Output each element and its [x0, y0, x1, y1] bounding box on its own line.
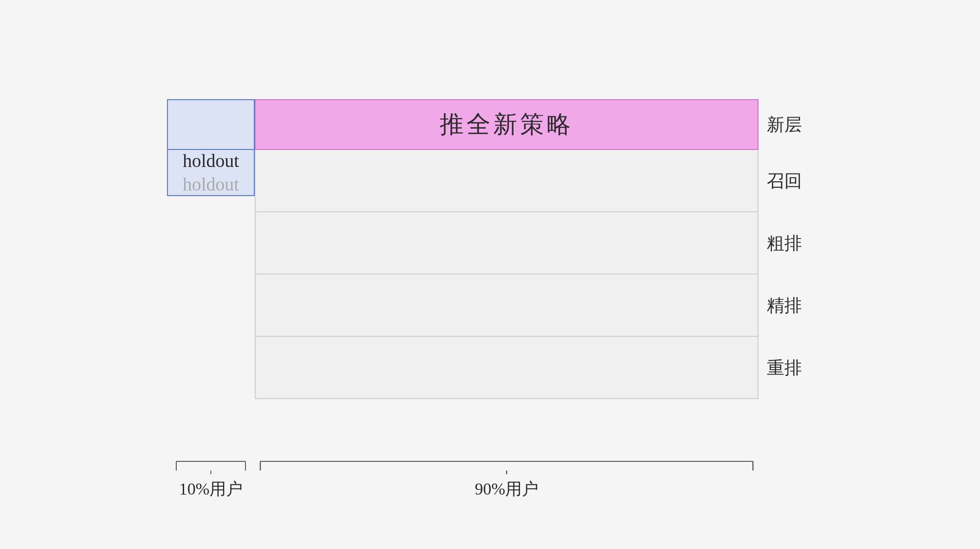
- bracket-right: 90%用户: [255, 460, 759, 501]
- holdout-main-block: holdout holdout: [167, 150, 255, 196]
- rerank-layer-label: 重排: [767, 337, 813, 399]
- coarse-rank-layer-label: 粗排: [767, 212, 813, 274]
- holdout-label-2: holdout: [183, 173, 239, 195]
- right-percent-label: 90%用户: [475, 478, 538, 501]
- holdout-top-block: [167, 99, 255, 150]
- bracket-left-svg: [167, 460, 255, 474]
- diagram: holdout holdout 推全新策略 新层 召回 粗排 精排 重排: [167, 99, 813, 450]
- holdout-column: holdout holdout: [167, 99, 255, 196]
- row-rerank: [255, 337, 759, 399]
- bracket-left: 10%用户: [167, 460, 255, 501]
- bottom-section: 10%用户 90%用户: [167, 460, 813, 501]
- left-percent-label: 10%用户: [179, 478, 243, 501]
- row-coarse-rank: [255, 212, 759, 274]
- labels-column: 新层 召回 粗排 精排 重排: [767, 99, 813, 399]
- recall-layer-label: 召回: [767, 150, 813, 212]
- new-layer-label: 新层: [767, 99, 813, 150]
- row-fine-rank: [255, 274, 759, 337]
- fine-rank-layer-label: 精排: [767, 274, 813, 337]
- bracket-right-svg: [255, 460, 759, 474]
- row-new-strategy: 推全新策略: [255, 99, 759, 150]
- new-strategy-label: 推全新策略: [440, 108, 574, 141]
- labels-spacer: [759, 460, 813, 501]
- right-column: 推全新策略: [255, 99, 759, 399]
- row-recall: [255, 150, 759, 212]
- holdout-label-1: holdout: [183, 150, 239, 172]
